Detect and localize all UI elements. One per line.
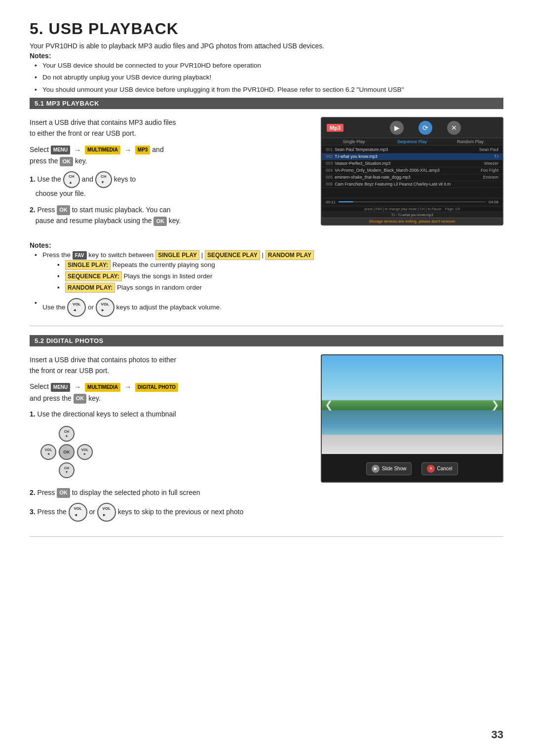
photo-arrow-2: → [124, 381, 131, 392]
progress-bar [339, 201, 486, 202]
slide-show-button[interactable]: ▶ Slide Show [366, 462, 412, 475]
ch-up-key: CH▲ [63, 171, 80, 188]
photo-nav-left-icon[interactable]: ❮ [325, 399, 333, 411]
random-play-badge: RANDOM PLAY [266, 250, 314, 260]
photo-screen-container: ❮ ❯ ▶ Slide Show ✕ Cancel [321, 354, 503, 527]
section-51-body: Insert a USB drive that contains MP3 aud… [30, 117, 503, 231]
fav-note: Press the FAV key to switch between SING… [35, 250, 503, 293]
photo-display: ❮ ❯ [322, 355, 502, 454]
section-52-header: 5.2 DIGITAL PHOTOS [30, 335, 503, 346]
track-005: 005 eminem-shake_that-feat-nate_dogg.mp3… [322, 174, 502, 181]
sequence-play-sub-badge: SEQUENCE PLAY: [65, 271, 122, 281]
sequence-play-label: Sequence Play [385, 139, 439, 144]
directional-pad: CH▲ VOL◄ OK VOL► CH▼ [39, 425, 94, 479]
mp3-notes: Notes: Press the FAV key to switch betwe… [30, 241, 503, 317]
dpad-empty-tr [76, 425, 94, 443]
sequence-play-item: SEQUENCE PLAY: Plays the songs in listed… [57, 271, 503, 281]
mp3-key-badge: MP3 [135, 146, 151, 154]
intro-text: Your PVR10HD is able to playback MP3 aud… [30, 42, 503, 50]
note-item-2: Do not abruptly unplug your USB device d… [35, 73, 503, 82]
digital-photo-key: DIGITAL PHOTO [135, 383, 178, 392]
dpad-section: CH▲ VOL◄ OK VOL► CH▼ [39, 425, 306, 479]
dpad-up[interactable]: CH▲ [58, 425, 76, 443]
track-list: 001 Sean Paul Temperature.mp3 Sean Paul … [322, 146, 502, 198]
dpad-left[interactable]: VOL◄ [39, 443, 57, 461]
page-number: 33 [492, 728, 503, 741]
sequence-play-badge: SEQUENCE PLAY [205, 250, 260, 260]
photo-arrow-1: → [74, 381, 81, 392]
section-divider-2 [30, 536, 503, 537]
section-52-body: Insert a USB drive that contains photos … [30, 354, 503, 527]
track-001: 001 Sean Paul Temperature.mp3 Sean Paul [322, 147, 502, 153]
notes-list: Your USB device should be connected to y… [35, 61, 503, 95]
mp3-notes-list: Press the FAV key to switch between SING… [35, 250, 503, 317]
step3-vol-left: VOL◄ [69, 503, 87, 522]
note-item-1: Your USB device should be connected to y… [35, 61, 503, 71]
photo-nav-right-icon[interactable]: ❯ [491, 399, 499, 411]
photo-ok-key: OK [74, 394, 87, 404]
mp3-device-screen: Mp3 ▶ ⟳ ✕ Single Play Sequence Play Rand… [321, 117, 503, 226]
nav-hint: press [ FAV ] to change play mode [ CH ]… [322, 206, 502, 212]
single-play-label: Single Play [327, 139, 381, 144]
single-play-badge: SINGLE PLAY [155, 250, 199, 260]
dpad-down[interactable]: CH▼ [58, 461, 76, 479]
section-51-text: Insert a USB drive that contains MP3 aud… [30, 117, 306, 231]
play-icon-sequence: ⟳ [419, 121, 432, 135]
page-title: 5. USB PLAYBACK [30, 20, 503, 38]
vol-left-key: VOL◄ [67, 298, 86, 317]
dpad-right[interactable]: VOL► [76, 443, 94, 461]
ch-down-key: CH▼ [95, 171, 112, 188]
photo-step1: 1. Use the directional keys to select a … [30, 409, 306, 419]
play-icon-random: ✕ [447, 121, 461, 135]
multimedia-key-badge: MULTIMEDIA [85, 146, 120, 154]
fav-key-badge: FAV [73, 251, 87, 260]
progress-fill [339, 201, 353, 202]
random-play-item: RANDOM PLAY: Plays songs in random order [57, 283, 503, 293]
play-mode-sub-list: SINGLE PLAY: Repeats the currently playi… [57, 260, 503, 293]
footer-time-right: 04:08 [489, 200, 498, 204]
mp3-select-line: Select MENU → MULTIMEDIA → MP3 and press… [30, 144, 306, 167]
random-play-label: Random Play [443, 139, 497, 144]
dpad-ok[interactable]: OK [58, 443, 76, 461]
now-playing: T.I - T.I-what you know.mp3 [322, 212, 502, 218]
photo-select-line: Select MENU → MULTIMEDIA → DIGITAL PHOTO… [30, 381, 306, 404]
single-play-item: SINGLE PLAY: Repeats the currently playi… [57, 260, 503, 270]
step2-text: 2. Press OK to start music playback. You… [30, 204, 306, 227]
mp3-para1: Insert a USB drive that contains MP3 aud… [30, 117, 306, 139]
arrow-1: → [74, 145, 81, 155]
mp3-notes-label: Notes: [30, 241, 503, 249]
track-006: 006 Cam Franchize Boyz Featuring Lil Pea… [322, 181, 502, 188]
menu-key-badge: MENU [51, 146, 70, 154]
note-item-3: You should unmount your USB device befor… [35, 85, 503, 95]
step2-ok-key: OK [57, 488, 70, 498]
photo-sky [322, 355, 502, 454]
photo-multimedia-key: MULTIMEDIA [85, 383, 120, 392]
footer-time-left: 00:11 [326, 200, 336, 204]
screen-footer: 00:11 04:08 [322, 198, 502, 206]
photo-menu-key: MENU [51, 383, 70, 392]
track-002: 002 T.I-what you know.mp3 T.I [322, 153, 502, 160]
cancel-icon: ✕ [427, 465, 435, 473]
vol-note: Use the VOL◄ or VOL► keys to adjust the … [35, 298, 503, 317]
dpad-empty-bl [39, 461, 57, 479]
play-icon-single: ▶ [390, 121, 404, 135]
section-divider-1 [30, 326, 503, 326]
notes-label: Notes: [30, 52, 503, 60]
single-play-sub-badge: SINGLE PLAY: [65, 260, 111, 270]
section-52-text: Insert a USB drive that contains photos … [30, 354, 306, 527]
ok-key-badge-3: OK [153, 217, 167, 227]
track-004: 004 VA-Promo_Only_Modern_Black_March-200… [322, 167, 502, 174]
section-51-header: 5.1 MP3 PLAYBACK [30, 98, 503, 109]
track-003: 003 Veasor-Perfect_Situation.mp3 Weezer [322, 160, 502, 167]
mp3-logo: Mp3 [327, 124, 343, 132]
vol-right-key: VOL► [96, 298, 114, 317]
arrow-2: → [124, 145, 131, 155]
step3-vol-right: VOL► [97, 503, 116, 522]
dpad-empty-br [76, 461, 94, 479]
cancel-button[interactable]: ✕ Cancel [421, 462, 457, 475]
screen-header: Mp3 ▶ ⟳ ✕ [322, 118, 502, 138]
play-mode-labels: Single Play Sequence Play Random Play [322, 138, 502, 146]
photo-para: Insert a USB drive that contains photos … [30, 354, 306, 377]
step1-text: 1. Use the CH▲ and CH▼ keys to choose yo… [30, 171, 306, 199]
dpad-empty-tl [39, 425, 57, 443]
